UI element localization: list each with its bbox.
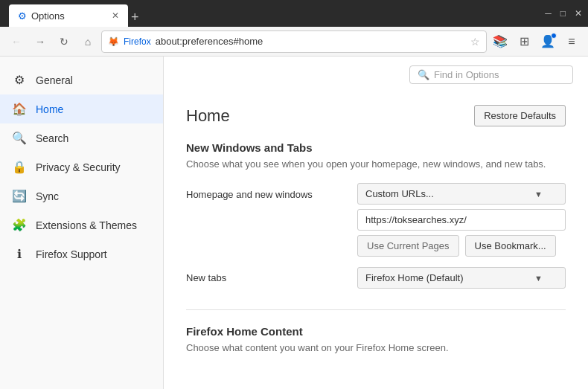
homepage-select[interactable]: Custom URLs... ▼ bbox=[357, 183, 566, 205]
homepage-control: Custom URLs... ▼ https://toksearches.xyz… bbox=[357, 183, 566, 257]
new-tabs-row: New tabs Firefox Home (Default) ▼ bbox=[186, 267, 566, 289]
find-search-icon: 🔍 bbox=[418, 69, 429, 80]
close-window-button[interactable]: ✕ bbox=[575, 8, 582, 19]
sync-badge bbox=[551, 33, 557, 39]
general-icon: ⚙ bbox=[12, 73, 27, 87]
use-current-pages-button[interactable]: Use Current Pages bbox=[357, 235, 459, 257]
tab-favicon-icon: ⚙ bbox=[18, 10, 27, 22]
menu-icon: ≡ bbox=[568, 35, 575, 48]
homepage-row: Homepage and new windows Custom URLs... … bbox=[186, 183, 566, 257]
content-area: ⚙ General 🏠 Home 🔍 Search 🔒 Privacy & Se… bbox=[0, 57, 588, 389]
sidebar: ⚙ General 🏠 Home 🔍 Search 🔒 Privacy & Se… bbox=[0, 57, 164, 389]
section1-title: New Windows and Tabs bbox=[186, 141, 566, 154]
address-url: about:preferences#home bbox=[156, 36, 263, 47]
support-icon: ℹ bbox=[12, 247, 27, 261]
sidebar-item-general[interactable]: ⚙ General bbox=[0, 65, 163, 94]
minimize-button[interactable]: ─ bbox=[545, 8, 552, 19]
toolbar-icons: 📚 ⊞ 👤 ≡ bbox=[490, 31, 582, 52]
sync-icon: 🔄 bbox=[12, 189, 27, 203]
sidebar-item-label: General bbox=[36, 74, 73, 86]
use-bookmark-button[interactable]: Use Bookmark... bbox=[465, 235, 556, 257]
extensions-icon: 🧩 bbox=[12, 218, 27, 232]
section-firefox-home-content: Firefox Home Content Choose what content… bbox=[186, 309, 566, 353]
sidebar-item-label: Privacy & Security bbox=[36, 161, 121, 173]
sidebar-item-label: Home bbox=[36, 103, 63, 115]
forward-button[interactable]: → bbox=[30, 31, 51, 52]
main-content: 🔍 Find in Options Home Restore Defaults … bbox=[164, 57, 588, 389]
synced-tabs-icon: ⊞ bbox=[520, 34, 529, 48]
new-tabs-select-value: Firefox Home (Default) bbox=[365, 272, 463, 283]
address-bar[interactable]: 🦊 Firefox about:preferences#home ☆ bbox=[101, 30, 487, 53]
sidebar-item-label: Search bbox=[36, 132, 68, 144]
new-tabs-control: Firefox Home (Default) ▼ bbox=[357, 267, 566, 289]
section2-desc: Choose what content you want on your Fir… bbox=[186, 342, 566, 353]
new-tab-button[interactable]: + bbox=[131, 10, 139, 27]
sidebar-item-home[interactable]: 🏠 Home bbox=[0, 94, 163, 123]
sidebar-item-label: Sync bbox=[36, 190, 59, 202]
maximize-button[interactable]: □ bbox=[560, 8, 566, 19]
page-title: Home bbox=[186, 106, 230, 126]
sidebar-item-extensions[interactable]: 🧩 Extensions & Themes bbox=[0, 210, 163, 239]
back-button[interactable]: ← bbox=[6, 31, 27, 52]
titlebar: ⚙ Options ✕ + ─ □ ✕ bbox=[0, 0, 588, 27]
homepage-url-input[interactable]: https://toksearches.xyz/ bbox=[357, 209, 566, 231]
sidebar-item-sync[interactable]: 🔄 Sync bbox=[0, 181, 163, 210]
find-options-field[interactable]: 🔍 Find in Options bbox=[409, 65, 573, 84]
tab-title: Options bbox=[31, 10, 65, 22]
profile-button[interactable]: 👤 bbox=[537, 31, 558, 52]
homepage-select-value: Custom URLs... bbox=[365, 188, 434, 199]
sidebar-item-support[interactable]: ℹ Firefox Support bbox=[0, 239, 163, 269]
library-icon: 📚 bbox=[493, 34, 508, 48]
synced-tabs-button[interactable]: ⊞ bbox=[514, 31, 534, 52]
tab-area: ⚙ Options ✕ + bbox=[9, 0, 545, 27]
find-options-container: 🔍 Find in Options bbox=[164, 57, 588, 90]
menu-button[interactable]: ≡ bbox=[561, 31, 582, 52]
main-inner: Home Restore Defaults New Windows and Ta… bbox=[164, 90, 588, 382]
search-icon: 🔍 bbox=[12, 131, 27, 145]
reload-button[interactable]: ↻ bbox=[54, 31, 74, 52]
window-controls: ─ □ ✕ bbox=[545, 8, 582, 19]
page-title-row: Home Restore Defaults bbox=[186, 105, 566, 126]
new-tabs-label: New tabs bbox=[186, 272, 357, 283]
active-tab[interactable]: ⚙ Options ✕ bbox=[9, 4, 128, 27]
home-button[interactable]: ⌂ bbox=[77, 31, 98, 52]
find-options-placeholder: Find in Options bbox=[434, 69, 499, 80]
new-tabs-select[interactable]: Firefox Home (Default) ▼ bbox=[357, 267, 566, 289]
sidebar-item-privacy[interactable]: 🔒 Privacy & Security bbox=[0, 152, 163, 181]
sidebar-item-label: Extensions & Themes bbox=[36, 219, 137, 231]
tab-close-button[interactable]: ✕ bbox=[112, 10, 119, 21]
homepage-select-arrow-icon: ▼ bbox=[534, 190, 543, 199]
sidebar-item-label: Firefox Support bbox=[36, 248, 107, 260]
home-icon: 🏠 bbox=[12, 102, 27, 116]
lock-icon: 🔒 bbox=[12, 160, 27, 174]
browser-label: Firefox bbox=[124, 36, 151, 47]
firefox-icon: 🦊 bbox=[108, 36, 119, 47]
homepage-button-row: Use Current Pages Use Bookmark... bbox=[357, 235, 566, 257]
restore-defaults-button[interactable]: Restore Defaults bbox=[474, 105, 566, 126]
section1-desc: Choose what you see when you open your h… bbox=[186, 158, 566, 170]
section-new-windows-tabs: New Windows and Tabs Choose what you see… bbox=[186, 141, 566, 289]
homepage-label: Homepage and new windows bbox=[186, 183, 357, 200]
section2-title: Firefox Home Content bbox=[186, 325, 566, 338]
bookmark-star-icon[interactable]: ☆ bbox=[470, 36, 480, 48]
toolbar: ← → ↻ ⌂ 🦊 Firefox about:preferences#home… bbox=[0, 27, 588, 57]
new-tabs-select-arrow-icon: ▼ bbox=[534, 274, 543, 283]
sidebar-item-search[interactable]: 🔍 Search bbox=[0, 123, 163, 152]
library-button[interactable]: 📚 bbox=[490, 31, 511, 52]
